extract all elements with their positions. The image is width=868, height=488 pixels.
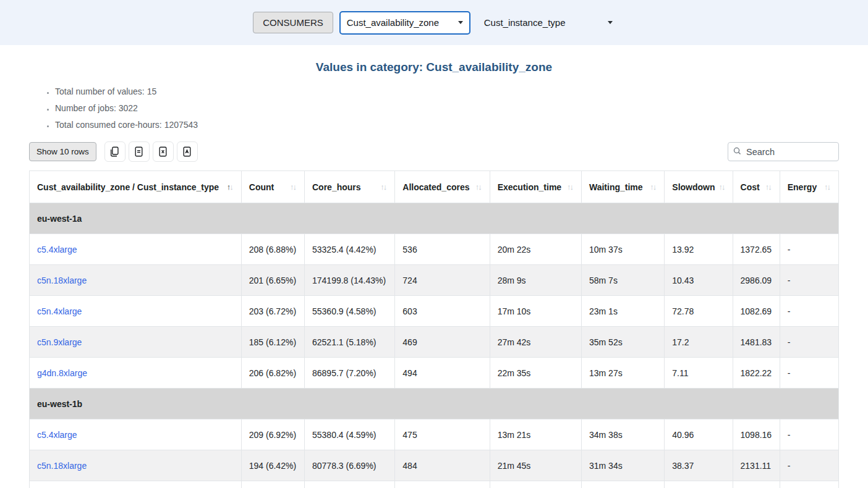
export-buttons [104,141,198,162]
data-cell: 1481.83 [733,327,780,358]
column-header[interactable]: Energy↑↓ [780,171,838,203]
column-header-label: Execution_time [498,182,561,192]
table-row [30,481,839,488]
data-cell: - [780,327,838,358]
export-excel-button[interactable] [153,141,174,162]
column-header[interactable]: Count↑↓ [241,171,304,203]
instance-link[interactable]: c5.4xlarge [37,430,77,440]
data-cell: 13.92 [665,234,733,265]
export-csv-button[interactable] [129,141,150,162]
data-cell: 475 [395,419,490,450]
stat-number-of-jobs: Number of jobs: 3022 [55,103,839,113]
column-header[interactable]: Core_hours↑↓ [305,171,395,203]
group-row: eu-west-1a [30,203,839,234]
breakdown-select[interactable]: Cust_instance_type [482,17,615,28]
search-box [728,142,839,161]
data-cell: 17m 10s [490,296,581,327]
data-cell: 21m 45s [490,450,581,481]
sort-arrows-icon: ↑↓ [380,182,387,191]
table-row: c5n.9xlarge185 (6.12%)62521.1 (5.18%)469… [30,327,839,358]
instance-cell: c5n.18xlarge [30,450,242,481]
search-input[interactable] [745,146,833,158]
data-cell [395,481,490,488]
export-pdf-button[interactable] [177,141,198,162]
table-row: c5.4xlarge208 (6.88%)53325.4 (4.42%)5362… [30,234,839,265]
instance-link[interactable]: c5n.9xlarge [37,337,82,347]
data-cell: 38.37 [665,450,733,481]
chevron-down-icon [608,21,613,24]
data-cell: 31m 34s [582,450,665,481]
data-cell: 27m 42s [490,327,581,358]
data-cell: 1822.22 [733,358,780,389]
group-label: eu-west-1a [30,203,839,234]
group-row: eu-west-1b [30,389,839,419]
column-header[interactable]: Execution_time↑↓ [490,171,581,203]
instance-link[interactable]: c5.4xlarge [37,245,77,255]
data-cell: 469 [395,327,490,358]
data-cell [241,481,304,488]
data-cell: 17.2 [665,327,733,358]
sort-arrows-icon: ↑↓ [227,182,234,191]
data-cell: 494 [395,358,490,389]
data-cell: 724 [395,265,490,296]
stat-total-values: Total number of values: 15 [55,86,839,96]
data-cell: 62521.1 (5.18%) [305,327,395,358]
category-select[interactable]: Cust_availability_zone [339,11,470,35]
column-header-label: Slowdown [672,182,715,192]
instance-link[interactable]: g4dn.8xlarge [37,368,87,378]
sort-arrows-icon: ↑↓ [290,182,297,191]
data-cell: 2131.11 [733,450,780,481]
table-toolbar: Show 10 rows [29,141,839,162]
data-cell: 174199.8 (14.43%) [305,265,395,296]
column-header-label: Count [249,182,274,192]
data-cell: 58m 7s [582,265,665,296]
main-content: Values in category: Cust_availability_zo… [0,61,868,488]
data-cell [30,481,242,488]
table-row: c5n.4xlarge203 (6.72%)55360.9 (4.58%)603… [30,296,839,327]
table-row: c5n.18xlarge194 (6.42%)80778.3 (6.69%)48… [30,450,839,481]
table-header-row: Cust_availability_zone / Cust_instance_t… [30,171,839,203]
column-header[interactable]: Slowdown↑↓ [665,171,733,203]
column-header-label: Waiting_time [589,182,643,192]
file-excel-icon [158,146,168,157]
data-cell: 22m 35s [490,358,581,389]
consumers-button[interactable]: CONSUMERS [253,12,333,33]
data-cell [780,481,838,488]
column-header[interactable]: Allocated_cores↑↓ [395,171,490,203]
data-cell [733,481,780,488]
data-cell: 13m 21s [490,419,581,450]
data-cell: 209 (6.92%) [241,419,304,450]
data-cell: 13m 27s [582,358,665,389]
data-cell: 7.11 [665,358,733,389]
data-cell: 2986.09 [733,265,780,296]
column-header-label: Core_hours [312,182,361,192]
instance-cell: c5n.4xlarge [30,296,242,327]
instance-cell: g4dn.8xlarge [30,358,242,389]
data-cell: 55380.4 (4.59%) [305,419,395,450]
table-row: c5.4xlarge209 (6.92%)55380.4 (4.59%)4751… [30,419,839,450]
data-cell: 80778.3 (6.69%) [305,450,395,481]
data-cell: 23m 1s [582,296,665,327]
show-rows-button[interactable]: Show 10 rows [29,142,96,161]
data-cell [490,481,581,488]
data-cell: 40.96 [665,419,733,450]
column-header[interactable]: Cost↑↓ [733,171,780,203]
column-header[interactable]: Waiting_time↑↓ [582,171,665,203]
data-cell: 201 (6.65%) [241,265,304,296]
data-cell: 603 [395,296,490,327]
data-cell: 206 (6.82%) [241,358,304,389]
column-header[interactable]: Cust_availability_zone / Cust_instance_t… [30,171,242,203]
copy-button[interactable] [104,141,126,162]
data-cell: 55360.9 (4.58%) [305,296,395,327]
sort-arrows-icon: ↑↓ [765,182,772,191]
column-header-label: Allocated_cores [402,182,469,192]
group-label: eu-west-1b [30,389,839,419]
instance-link[interactable]: c5n.18xlarge [37,276,87,285]
instance-cell: c5.4xlarge [30,419,242,450]
table-row: c5n.18xlarge201 (6.65%)174199.8 (14.43%)… [30,265,839,296]
data-cell [582,481,665,488]
column-header-label: Cost [741,182,760,192]
stat-total-core-hours: Total consumed core-hours: 1207543 [55,120,839,130]
instance-link[interactable]: c5n.18xlarge [37,461,87,471]
instance-link[interactable]: c5n.4xlarge [37,306,82,316]
